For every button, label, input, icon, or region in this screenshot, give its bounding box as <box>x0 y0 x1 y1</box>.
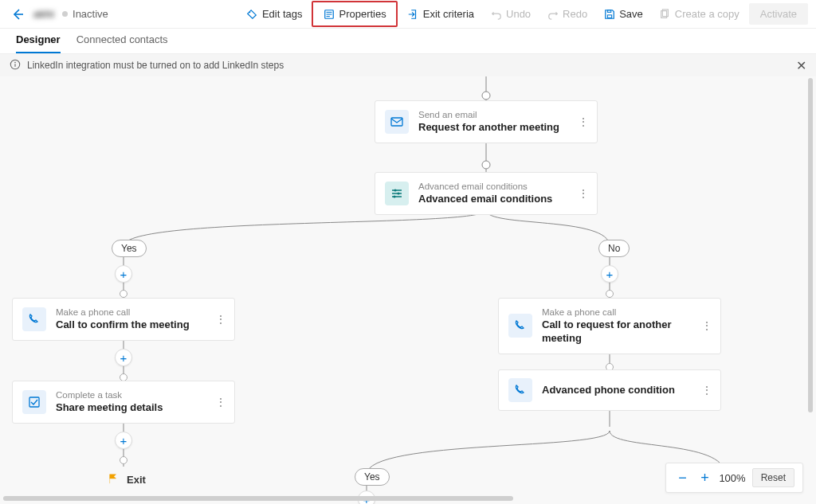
info-icon <box>10 59 21 72</box>
add-step-button[interactable]: + <box>115 432 132 449</box>
phone-icon <box>508 314 532 338</box>
properties-icon <box>323 8 335 20</box>
undo-button[interactable]: Undo <box>484 4 537 24</box>
status-badge: Inactive <box>62 8 108 20</box>
tab-connected-contacts[interactable]: Connected contacts <box>76 29 168 53</box>
tag-icon <box>246 8 258 20</box>
svg-rect-7 <box>607 10 610 12</box>
node-phone-condition[interactable]: Advanced phone condition ⋮ <box>498 369 721 411</box>
zoom-out-button[interactable]: − <box>674 470 690 486</box>
node-menu-button[interactable]: ⋮ <box>701 389 712 392</box>
node-email-conditions[interactable]: Advanced email conditions Advanced email… <box>375 172 598 215</box>
connector-ring <box>120 456 128 464</box>
exit-icon <box>407 8 419 20</box>
node-main: Call to confirm the meeting <box>56 318 190 332</box>
node-menu-button[interactable]: ⋮ <box>578 120 589 123</box>
node-sub: Make a phone call <box>542 307 711 318</box>
exit-criteria-label: Exit criteria <box>423 8 474 20</box>
zoom-controls: − + 100% Reset <box>665 463 803 493</box>
branch-no: No <box>598 240 630 257</box>
status-dot-icon <box>62 11 68 17</box>
conditions-icon <box>385 182 409 205</box>
horizontal-scrollbar[interactable] <box>3 496 513 501</box>
undo-icon <box>490 8 502 20</box>
node-main: Share meeting details <box>56 401 163 415</box>
undo-label: Undo <box>506 8 531 20</box>
create-copy-button[interactable]: Create a copy <box>653 4 746 24</box>
node-sub: Send an email <box>418 109 559 121</box>
svg-point-1 <box>249 11 251 13</box>
edit-tags-label: Edit tags <box>262 8 303 20</box>
add-step-button[interactable]: + <box>601 265 618 283</box>
svg-point-30 <box>394 195 396 197</box>
back-button[interactable] <box>8 5 27 24</box>
node-sub: Complete a task <box>56 389 163 401</box>
node-menu-button[interactable]: ⋮ <box>578 192 589 194</box>
node-call-confirm[interactable]: Make a phone call Call to confirm the me… <box>12 298 235 341</box>
save-icon <box>603 8 615 20</box>
zoom-in-button[interactable]: + <box>696 470 712 486</box>
svg-point-28 <box>394 189 397 191</box>
activate-label: Activate <box>760 8 797 20</box>
connector-ring <box>606 290 614 298</box>
properties-highlight: Properties <box>312 1 397 27</box>
node-call-request[interactable]: Make a phone call Call to request for an… <box>498 298 721 354</box>
redo-button[interactable]: Redo <box>540 4 594 24</box>
zoom-reset-button[interactable]: Reset <box>752 468 794 487</box>
email-icon <box>385 110 409 134</box>
node-sub: Advanced email conditions <box>418 181 552 193</box>
infobar-close-button[interactable]: ✕ <box>796 58 806 73</box>
node-main: Request for another meeting <box>418 121 559 135</box>
svg-point-11 <box>14 61 16 63</box>
vertical-scrollbar[interactable] <box>808 78 813 412</box>
tab-designer[interactable]: Designer <box>16 29 61 53</box>
activate-button[interactable]: Activate <box>749 3 808 25</box>
exit-criteria-button[interactable]: Exit criteria <box>401 4 481 24</box>
phone-icon <box>22 307 46 331</box>
properties-button[interactable]: Properties <box>316 4 392 24</box>
node-menu-button[interactable]: ⋮ <box>215 400 226 403</box>
node-sub: Make a phone call <box>56 307 190 318</box>
node-main: Call to request for another meeting <box>542 318 711 346</box>
branch-yes: Yes <box>112 240 147 257</box>
svg-rect-24 <box>391 118 402 126</box>
exit-label: Exit <box>127 474 146 486</box>
node-menu-button[interactable]: ⋮ <box>215 318 226 320</box>
save-label: Save <box>619 8 643 20</box>
task-icon <box>22 390 46 414</box>
exit-step[interactable]: Exit <box>108 473 146 486</box>
svg-rect-31 <box>29 397 39 407</box>
infobar-message: LinkedIn integration must be turned on t… <box>27 60 284 71</box>
svg-point-14 <box>482 92 490 100</box>
redo-icon <box>547 8 559 20</box>
tab-designer-label: Designer <box>16 33 61 45</box>
svg-point-29 <box>398 192 400 194</box>
redo-label: Redo <box>563 8 587 20</box>
create-copy-label: Create a copy <box>675 8 740 20</box>
properties-label: Properties <box>339 8 386 20</box>
node-main: Advanced phone condition <box>542 384 675 397</box>
tab-connected-contacts-label: Connected contacts <box>76 33 168 45</box>
node-send-email[interactable]: Send an email Request for another meetin… <box>375 100 598 143</box>
status-label: Inactive <box>73 8 108 20</box>
record-name: akhi <box>33 8 54 20</box>
zoom-level: 100% <box>719 472 745 484</box>
designer-canvas[interactable]: Send an email Request for another meetin… <box>0 76 816 504</box>
node-main: Advanced email conditions <box>418 193 552 206</box>
connector-ring <box>120 290 128 298</box>
add-step-button[interactable]: + <box>115 349 132 366</box>
branch-yes: Yes <box>355 468 390 486</box>
copy-icon <box>659 8 671 20</box>
edit-tags-button[interactable]: Edit tags <box>240 4 309 24</box>
add-step-button[interactable]: + <box>115 265 132 283</box>
node-menu-button[interactable]: ⋮ <box>701 325 712 327</box>
svg-rect-6 <box>607 14 611 18</box>
node-task-share[interactable]: Complete a task Share meeting details ⋮ <box>12 381 235 424</box>
svg-point-16 <box>482 161 490 169</box>
phone-condition-icon <box>508 378 532 402</box>
save-button[interactable]: Save <box>597 4 649 24</box>
flag-icon <box>108 473 119 486</box>
